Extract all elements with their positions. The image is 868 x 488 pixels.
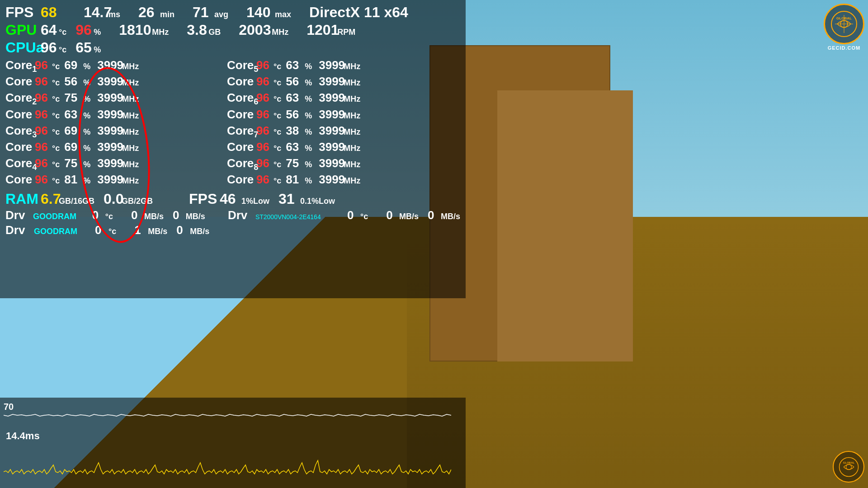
- drv1-temp: 0: [92, 208, 105, 222]
- core-left-label-4: Core3: [5, 124, 35, 140]
- core-right-label-6: Core8: [227, 156, 256, 172]
- drv3-read: 1: [134, 223, 148, 237]
- core-right-usage-unit-3: %: [305, 111, 312, 121]
- core-right-usage-unit-7: %: [305, 176, 312, 186]
- cores-right: Core596°c63%3999 MHzCore96°c56%3999 MHzC…: [227, 58, 448, 189]
- drv3-read-unit: MB/s: [148, 227, 167, 236]
- core-right-temp-4: 96: [256, 124, 274, 138]
- core-right-clock-unit-6: MHz: [344, 160, 360, 169]
- fps-low-label2: 0.1%Low: [300, 197, 335, 206]
- core-left-usage-6: 75: [64, 156, 83, 170]
- core-left-clock-7: 3999: [97, 173, 122, 187]
- logo-bottom: GLOBAL: [833, 451, 864, 483]
- core-right-temp-unit-5: °c: [274, 144, 281, 153]
- ram-val2: 0.0: [104, 191, 122, 207]
- fps-label: FPS: [5, 4, 37, 21]
- drv2-name: ST2000VN004-2E4164: [255, 213, 338, 221]
- fps-max-label: max: [275, 10, 291, 19]
- fps-low-val2: 31: [278, 191, 297, 207]
- gpu-clock1-unit: MHz: [152, 28, 169, 37]
- core-left-row-2: Core296°c75%3999 MHz: [5, 91, 227, 107]
- core-left-label-1: Core: [5, 75, 35, 90]
- drv1-read: 0: [131, 208, 144, 222]
- gpu-clock2-unit: MHz: [272, 28, 288, 37]
- drv2-label: Drv: [228, 208, 252, 222]
- gpu-vram-unit: GB: [208, 28, 221, 37]
- core-right-clock-0: 3999: [319, 58, 344, 72]
- logo-top: GLOBAL GECID.COM: [824, 4, 864, 51]
- gpu-fan-unit: RPM: [337, 28, 355, 37]
- drv3-temp: 0: [95, 223, 108, 237]
- core-right-temp-5: 96: [256, 140, 274, 154]
- fps-min-val: 26: [138, 4, 156, 21]
- core-left-usage-unit-0: %: [83, 62, 90, 71]
- core-right-temp-1: 96: [256, 75, 274, 89]
- core-left-temp-unit-5: °c: [52, 144, 60, 153]
- core-left-clock-unit-1: MHz: [122, 78, 139, 88]
- core-right-clock-unit-5: MHz: [344, 144, 360, 153]
- core-right-label-3: Core: [227, 108, 256, 123]
- frame-ms-unit: ms: [108, 10, 120, 19]
- ram-total: GB/16GB: [59, 197, 94, 206]
- core-left-usage-unit-2: %: [83, 94, 90, 104]
- drv3-write-unit: MB/s: [190, 227, 209, 236]
- core-left-label-5: Core: [5, 140, 35, 156]
- drv3-name: GOODRAM: [34, 227, 86, 236]
- core-left-clock-unit-4: MHz: [122, 127, 139, 137]
- core-right-usage-4: 38: [286, 124, 305, 138]
- core-left-temp-unit-6: °c: [52, 160, 60, 169]
- core-right-label-4: Core7: [227, 124, 256, 140]
- logo-icon: GLOBAL: [830, 10, 858, 38]
- core-left-usage-unit-7: %: [83, 176, 90, 186]
- fps-min-label: min: [160, 10, 175, 19]
- core-right-label-7: Core: [227, 173, 256, 188]
- cores-section: Core196°c69%3999 MHzCore96°c56%3999 MHzC…: [5, 58, 460, 189]
- gpu-usage-unit: %: [94, 28, 101, 37]
- core-right-row-3: Core96°c56%3999 MHz: [227, 108, 448, 123]
- cpua-usage: 65: [75, 39, 94, 56]
- gpu-usage: 96: [75, 22, 94, 38]
- core-left-temp-unit-7: °c: [52, 176, 60, 186]
- core-left-row-7: Core96°c81%3999 MHz: [5, 173, 227, 188]
- drv2-write-unit: MB/s: [441, 212, 460, 221]
- core-left-temp-0: 96: [35, 58, 52, 72]
- core-left-usage-unit-1: %: [83, 78, 90, 88]
- core-right-usage-unit-4: %: [305, 127, 312, 137]
- cpua-temp: 96: [41, 39, 59, 56]
- gpu-row: GPU 64 °c 96 % 1810 MHz 3.8 GB 2003 MHz …: [5, 22, 460, 38]
- core-left-temp-4: 96: [35, 124, 52, 138]
- core-right-label-0: Core5: [227, 58, 256, 74]
- core-right-usage-5: 63: [286, 140, 305, 154]
- drv2-temp: 0: [347, 208, 360, 222]
- core-right-usage-6: 75: [286, 156, 305, 170]
- svg-point-5: [846, 464, 851, 469]
- drv1-read-unit: MB/s: [144, 212, 164, 221]
- cpua-label: CPUa: [5, 39, 37, 56]
- gpu-label: GPU: [5, 22, 37, 38]
- core-left-usage-0: 69: [64, 58, 83, 72]
- core-right-clock-unit-3: MHz: [344, 111, 360, 121]
- core-left-temp-2: 96: [35, 91, 52, 105]
- core-left-clock-unit-6: MHz: [122, 160, 139, 169]
- ram-label: RAM: [5, 191, 37, 207]
- core-right-label-2: Core6: [227, 91, 256, 107]
- core-right-clock-unit-1: MHz: [344, 78, 360, 88]
- core-left-usage-unit-5: %: [83, 144, 90, 153]
- core-left-row-0: Core196°c69%3999 MHz: [5, 58, 227, 74]
- core-right-usage-unit-1: %: [305, 78, 312, 88]
- core-right-label-5: Core: [227, 140, 256, 156]
- core-right-row-4: Core796°c38%3999 MHz: [227, 124, 448, 140]
- core-left-usage-7: 81: [64, 173, 83, 187]
- drv1-name: GOODRAM: [33, 212, 83, 221]
- drv2-write: 0: [428, 208, 441, 222]
- drv1-temp-unit: °c: [105, 212, 113, 221]
- core-left-usage-unit-4: %: [83, 127, 90, 137]
- directx-label: DirectX 11 x64: [309, 4, 408, 21]
- drv3-temp-unit: °c: [108, 227, 116, 236]
- cpua-temp-unit: °c: [59, 45, 66, 55]
- fps-low-label: FPS: [189, 191, 216, 207]
- core-left-clock-3: 3999: [97, 108, 122, 122]
- core-right-clock-6: 3999: [319, 156, 344, 170]
- graphs-section: 70 14.4ms: [0, 398, 466, 488]
- core-left-usage-unit-6: %: [83, 160, 90, 169]
